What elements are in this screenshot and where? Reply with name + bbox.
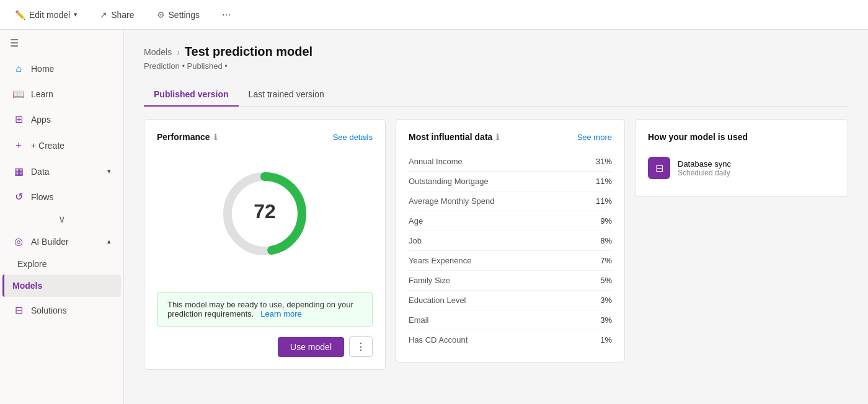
data-row: Years Experience 7% — [409, 251, 612, 271]
ai-builder-expand-icon: ▴ — [107, 237, 111, 245]
sidebar-item-data[interactable]: ▦ Data ▾ — [2, 159, 121, 183]
settings-button[interactable]: ⚙ Settings — [152, 7, 205, 22]
performance-card: Performance ℹ See details 72 This — [144, 119, 386, 370]
data-row: Age 9% — [409, 211, 612, 231]
gauge-chart: 72 — [215, 164, 314, 263]
learn-more-link[interactable]: Learn more — [260, 309, 301, 318]
apps-icon: ⊞ — [12, 113, 25, 125]
topbar: ✏️ Edit model ▾ ↗ Share ⚙ Settings ⋯ — [0, 0, 868, 30]
model-usage-card: How your model is used ⊟ Database sync S… — [635, 119, 848, 197]
data-row-value: 31% — [596, 157, 612, 166]
data-row: Email 3% — [409, 310, 612, 330]
database-sync-icon: ⊟ — [648, 157, 670, 179]
data-row-label: Family Size — [409, 276, 450, 285]
data-row-label: Annual Income — [409, 157, 463, 166]
data-expand-icon: ▾ — [107, 167, 111, 175]
data-row: Has CD Account 1% — [409, 330, 612, 349]
data-row-value: 11% — [596, 177, 612, 186]
data-row-label: Average Monthly Spend — [409, 196, 495, 206]
edit-model-button[interactable]: ✏️ Edit model ▾ — [10, 7, 82, 22]
sidebar-item-learn[interactable]: 📖 Learn — [2, 82, 121, 106]
data-row-value: 11% — [596, 196, 612, 206]
data-row: Education Level 3% — [409, 291, 612, 310]
data-icon: ▦ — [12, 165, 25, 177]
share-button[interactable]: ↗ Share — [95, 7, 139, 22]
breadcrumb-separator: › — [177, 47, 180, 57]
solutions-icon: ⊟ — [12, 304, 25, 316]
data-row-value: 3% — [600, 296, 612, 305]
influential-card-title: Most influential data ℹ — [409, 132, 499, 142]
sidebar-item-ai-builder[interactable]: ◎ AI Builder ▴ — [2, 229, 121, 253]
data-row-value: 5% — [600, 276, 612, 285]
use-model-row: Use model ⋮ — [157, 336, 373, 357]
edit-icon: ✏️ — [15, 10, 25, 20]
see-details-link[interactable]: See details — [333, 133, 373, 142]
data-row: Job 8% — [409, 231, 612, 251]
hamburger-icon: ☰ — [10, 37, 19, 49]
more-button[interactable]: ⋯ — [217, 7, 236, 22]
main-layout: ☰ ⌂ Home 📖 Learn ⊞ Apps ＋ + Create ▦ Dat… — [0, 30, 868, 404]
share-icon: ↗ — [100, 10, 107, 20]
sidebar-item-home[interactable]: ⌂ Home — [2, 57, 121, 81]
sidebar-toggle[interactable]: ☰ — [0, 30, 123, 56]
sidebar-item-flows[interactable]: ↺ Flows — [2, 185, 121, 209]
performance-card-title: Performance ℹ — [157, 132, 217, 142]
gauge-container: 72 — [157, 152, 373, 282]
svg-text:72: 72 — [254, 200, 276, 222]
tabs: Published version Last trained version — [144, 83, 848, 107]
usage-item-info: Database sync Scheduled daily — [678, 159, 731, 177]
usage-item: ⊟ Database sync Scheduled daily — [648, 152, 835, 184]
data-row-value: 1% — [600, 335, 612, 345]
data-row-value: 9% — [600, 216, 612, 226]
sidebar-item-create[interactable]: ＋ + Create — [2, 133, 121, 158]
influential-info-icon[interactable]: ℹ — [496, 133, 499, 142]
breadcrumb-parent[interactable]: Models — [144, 47, 172, 57]
breadcrumb-current: Test prediction model — [185, 45, 312, 59]
sidebar-sub-item-explore[interactable]: Explore — [0, 254, 123, 274]
data-row-label: Outstanding Mortgage — [409, 177, 489, 186]
data-row-value: 8% — [600, 236, 612, 245]
data-row-label: Years Experience — [409, 256, 471, 265]
sidebar-item-apps[interactable]: ⊞ Apps — [2, 107, 121, 131]
ai-builder-icon: ◎ — [12, 235, 25, 247]
chevron-down-icon: ▾ — [74, 11, 78, 19]
performance-card-header: Performance ℹ See details — [157, 132, 373, 142]
flows-icon: ↺ — [12, 191, 25, 203]
sidebar-item-solutions[interactable]: ⊟ Solutions — [2, 298, 121, 322]
data-row-value: 3% — [600, 315, 612, 325]
home-icon: ⌂ — [12, 63, 25, 74]
data-row-label: Has CD Account — [409, 335, 467, 345]
influential-data-list: Annual Income 31% Outstanding Mortgage 1… — [409, 152, 612, 349]
data-row-label: Education Level — [409, 296, 466, 305]
sidebar: ☰ ⌂ Home 📖 Learn ⊞ Apps ＋ + Create ▦ Dat… — [0, 30, 124, 404]
data-row-label: Job — [409, 236, 422, 245]
tab-published-version[interactable]: Published version — [144, 83, 239, 107]
gear-icon: ⚙ — [157, 10, 165, 20]
book-icon: 📖 — [12, 88, 25, 100]
sidebar-expand-toggle[interactable]: ∨ — [0, 209, 123, 229]
breadcrumb: Models › Test prediction model — [144, 45, 848, 59]
page-subtitle: Prediction • Published • — [144, 61, 848, 71]
usage-card-header: How your model is used — [648, 132, 835, 142]
plus-icon: ＋ — [12, 139, 25, 152]
data-row: Annual Income 31% — [409, 152, 612, 172]
use-model-button[interactable]: Use model — [278, 337, 344, 357]
use-model-more-button[interactable]: ⋮ — [349, 336, 373, 357]
cards-row: Performance ℹ See details 72 This — [144, 119, 848, 370]
tab-last-trained-version[interactable]: Last trained version — [239, 83, 334, 107]
data-row: Outstanding Mortgage 11% — [409, 172, 612, 191]
data-row-label: Age — [409, 216, 423, 226]
sidebar-sub-item-models[interactable]: Models — [2, 274, 121, 297]
data-row-label: Email — [409, 315, 429, 325]
data-row-value: 7% — [600, 256, 612, 265]
data-row: Family Size 5% — [409, 271, 612, 291]
see-more-link[interactable]: See more — [577, 133, 612, 142]
influential-card-header: Most influential data ℹ See more — [409, 132, 612, 142]
performance-alert: This model may be ready to use, dependin… — [157, 292, 373, 327]
influential-data-card: Most influential data ℹ See more Annual … — [396, 119, 625, 362]
data-row: Average Monthly Spend 11% — [409, 191, 612, 211]
performance-info-icon[interactable]: ℹ — [214, 133, 217, 142]
usage-card-title: How your model is used — [648, 132, 748, 142]
main-content: Models › Test prediction model Predictio… — [124, 30, 868, 404]
